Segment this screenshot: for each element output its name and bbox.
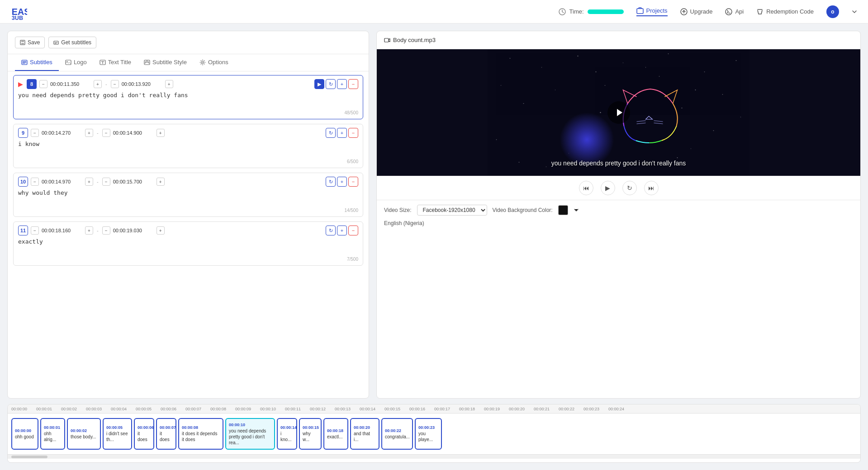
subtitle-refresh-btn[interactable]: ↻ bbox=[326, 177, 336, 187]
subtitle-add-btn[interactable]: + bbox=[337, 128, 347, 138]
start-time-decrease-btn[interactable]: − bbox=[31, 178, 39, 186]
end-time-increase-btn[interactable]: + bbox=[157, 178, 165, 186]
timeline-clip[interactable]: 00:00:00 ohh good bbox=[11, 418, 38, 450]
bg-color-picker[interactable] bbox=[558, 205, 568, 215]
bg-color-dropdown-icon[interactable] bbox=[574, 207, 579, 213]
avatar-dropdown-icon[interactable] bbox=[852, 9, 857, 14]
clip-time: 00:00:15 bbox=[303, 425, 318, 430]
timeline-clip[interactable]: 00:00:14 i kno... bbox=[277, 418, 297, 450]
end-time-increase-btn[interactable]: + bbox=[157, 129, 165, 137]
end-time-decrease-btn[interactable]: − bbox=[102, 226, 110, 235]
svg-point-5 bbox=[726, 9, 732, 15]
timeline-clip[interactable]: 00:00:23 you playe... bbox=[415, 418, 442, 450]
subtitle-remove-btn[interactable]: − bbox=[348, 79, 358, 89]
tab-options[interactable]: Options bbox=[193, 54, 235, 71]
start-time-input[interactable] bbox=[42, 228, 82, 233]
subtitle-text-area[interactable]: why would they bbox=[18, 189, 358, 206]
timeline-track[interactable]: 00:00:00 ohh good 00:00:01 ohh alrig... … bbox=[8, 414, 860, 454]
ruler-mark: 00:00:21 bbox=[534, 407, 559, 411]
timeline-clip[interactable]: 00:00:20 and that i... bbox=[350, 418, 379, 450]
end-time-decrease-btn[interactable]: − bbox=[111, 80, 119, 88]
replay-button[interactable]: ↻ bbox=[622, 181, 637, 195]
svg-point-30 bbox=[713, 130, 714, 131]
subtitle-refresh-btn[interactable]: ↻ bbox=[326, 226, 336, 235]
nav-projects[interactable]: Projects bbox=[636, 7, 668, 16]
start-time-increase-btn[interactable]: + bbox=[94, 80, 102, 88]
subtitle-item-8[interactable]: ▶ 8 − + - − + ▶ ↻ + − you need depends p… bbox=[13, 75, 363, 119]
timeline-clip[interactable]: 00:00:07 it does bbox=[156, 418, 176, 450]
subtitle-play-btn[interactable]: ▶ bbox=[314, 79, 324, 89]
subtitle-item-9[interactable]: 9 − + - − + ↻ + − i know 6/500 bbox=[13, 124, 363, 168]
skip-back-button[interactable]: ⏮ bbox=[579, 181, 593, 195]
language-display: English (Nigeria) bbox=[377, 220, 860, 231]
subtitle-refresh-btn[interactable]: ↻ bbox=[326, 128, 336, 138]
user-avatar[interactable]: o bbox=[826, 5, 839, 18]
tab-text-title[interactable]: Text Title bbox=[93, 54, 138, 71]
subtitle-add-btn[interactable]: + bbox=[337, 79, 347, 89]
timeline-clip[interactable]: 00:00:10 you need depends pretty good i … bbox=[225, 418, 275, 450]
subtitle-remove-btn[interactable]: − bbox=[348, 128, 358, 138]
ruler-mark: 00:00:01 bbox=[36, 407, 61, 411]
timeline-clip[interactable]: 00:00:05 i didn't see th... bbox=[103, 418, 132, 450]
get-subtitles-button[interactable]: Get subtitles bbox=[48, 37, 96, 48]
start-time-input[interactable] bbox=[42, 179, 82, 184]
ruler-mark: 00:00:14 bbox=[360, 407, 384, 411]
tab-subtitle-style-label: Subtitle Style bbox=[152, 59, 187, 66]
subtitle-text-area[interactable]: i know bbox=[18, 141, 358, 157]
start-time-input[interactable] bbox=[42, 130, 82, 136]
tab-subtitles[interactable]: Subtitles bbox=[15, 54, 59, 71]
start-time-input[interactable] bbox=[50, 81, 91, 87]
play-pause-button[interactable]: ▶ bbox=[601, 181, 615, 195]
end-time-increase-btn[interactable]: + bbox=[165, 80, 173, 88]
subtitle-item-11[interactable]: 11 − + - − + ↻ + − exactly 7/500 bbox=[13, 221, 363, 266]
end-time-decrease-btn[interactable]: − bbox=[102, 178, 110, 186]
subtitle-remove-btn[interactable]: − bbox=[348, 226, 358, 235]
subtitle-item-10[interactable]: 10 − + - − + ↻ + − why would they 14/500 bbox=[13, 173, 363, 217]
subtitle-text-area[interactable]: you need depends pretty good i don't rea… bbox=[18, 92, 358, 108]
start-time-decrease-btn[interactable]: − bbox=[39, 80, 47, 88]
start-time-increase-btn[interactable]: + bbox=[85, 226, 93, 235]
timeline-clip[interactable]: 00:00:15 why w... bbox=[299, 418, 322, 450]
save-button[interactable]: Save bbox=[15, 37, 45, 48]
nav-redemption[interactable]: Redemption Code bbox=[756, 8, 814, 15]
app-logo[interactable]: EASY 3UB bbox=[11, 4, 29, 20]
tab-logo[interactable]: Logo bbox=[59, 54, 93, 71]
video-size-select[interactable]: Facebook-1920x1080 bbox=[417, 205, 487, 216]
timeline-clip[interactable]: 00:00:18 exactl... bbox=[323, 418, 348, 450]
timeline-clip[interactable]: 00:00:06 it does bbox=[134, 418, 154, 450]
scrollbar-thumb[interactable] bbox=[11, 456, 47, 458]
ruler-mark: 00:00:05 bbox=[136, 407, 161, 411]
nav-api[interactable]: Api bbox=[725, 8, 744, 15]
ruler-mark: 00:00:02 bbox=[61, 407, 86, 411]
time-indicator: Time: bbox=[559, 8, 624, 15]
timeline-clip[interactable]: 00:00:01 ohh alrig... bbox=[40, 418, 65, 450]
timeline-clip[interactable]: 00:00:02 those body... bbox=[67, 418, 101, 450]
subtitle-refresh-btn[interactable]: ↻ bbox=[326, 79, 336, 89]
end-time-input[interactable] bbox=[113, 130, 154, 136]
skip-forward-button[interactable]: ⏭ bbox=[644, 181, 659, 195]
start-time-increase-btn[interactable]: + bbox=[85, 129, 93, 137]
end-time-input[interactable] bbox=[113, 179, 154, 184]
time-separator: - bbox=[97, 179, 99, 184]
video-play-button[interactable] bbox=[607, 101, 630, 124]
timeline-clip[interactable]: 00:00:22 congratula... bbox=[381, 418, 413, 450]
ruler-mark: 00:00:07 bbox=[185, 407, 210, 411]
start-time-decrease-btn[interactable]: − bbox=[31, 129, 39, 137]
clip-text: exactl... bbox=[327, 434, 345, 440]
nav-upgrade[interactable]: Upgrade bbox=[680, 8, 713, 15]
end-time-input[interactable] bbox=[113, 228, 154, 233]
tab-subtitle-style[interactable]: Subtitle Style bbox=[138, 54, 193, 71]
end-time-input[interactable] bbox=[122, 81, 162, 87]
end-time-decrease-btn[interactable]: − bbox=[102, 129, 110, 137]
start-time-increase-btn[interactable]: + bbox=[85, 178, 93, 186]
timeline-scrollbar[interactable] bbox=[8, 454, 860, 459]
clip-time: 00:00:23 bbox=[418, 425, 438, 430]
subtitle-remove-btn[interactable]: − bbox=[348, 177, 358, 187]
subtitle-add-btn[interactable]: + bbox=[337, 177, 347, 187]
subtitle-text-area[interactable]: exactly bbox=[18, 238, 358, 254]
clip-text: i kno... bbox=[280, 431, 294, 442]
end-time-increase-btn[interactable]: + bbox=[157, 226, 165, 235]
timeline-clip[interactable]: 00:00:08 it does it depends it does bbox=[178, 418, 223, 450]
start-time-decrease-btn[interactable]: − bbox=[31, 226, 39, 235]
subtitle-add-btn[interactable]: + bbox=[337, 226, 347, 235]
